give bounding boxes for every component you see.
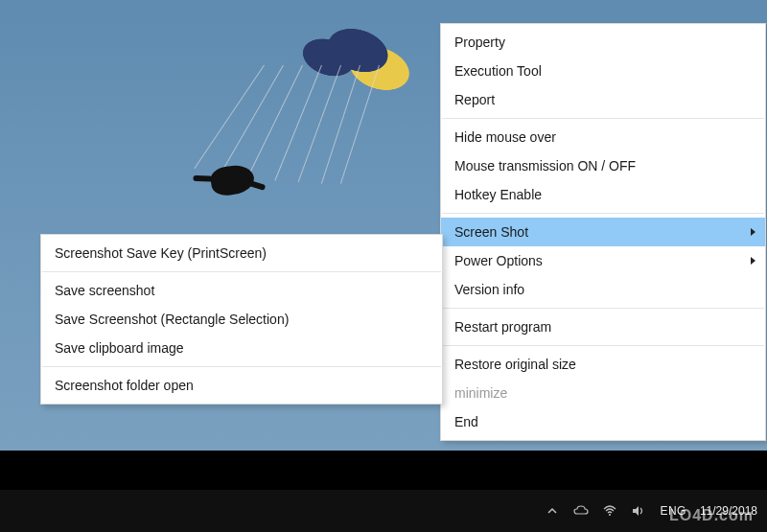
tray-volume-icon[interactable] — [631, 503, 646, 519]
menu-separator — [42, 271, 441, 272]
menu-item-screenshot-folder-open[interactable]: Screenshot folder open — [41, 371, 442, 400]
menu-item-restart-program[interactable]: Restart program — [441, 312, 765, 341]
menu-item-save-clipboard-image[interactable]: Save clipboard image — [41, 334, 442, 362]
menu-separator — [42, 366, 441, 367]
menu-separator — [442, 213, 764, 214]
dark-strip — [0, 451, 767, 490]
menu-item-version-info[interactable]: Version info — [441, 275, 765, 304]
menu-item-restore-original-size[interactable]: Restore original size — [441, 350, 765, 379]
menu-item-power-options[interactable]: Power Options — [441, 246, 765, 275]
menu-item-mouse-transmission[interactable]: Mouse transmission ON / OFF — [441, 151, 765, 180]
menu-item-save-screenshot-rectangle[interactable]: Save Screenshot (Rectangle Selection) — [41, 305, 442, 334]
context-menu-main: Property Execution Tool Report Hide mous… — [440, 23, 766, 441]
tray-cloud-icon[interactable] — [573, 503, 589, 519]
svg-point-0 — [609, 514, 611, 516]
tray-wifi-icon[interactable] — [602, 503, 617, 519]
watermark: LO4D.com — [669, 507, 754, 524]
tray-chevron-up-icon[interactable] — [545, 503, 560, 519]
taskbar: ENG 11/29/2018 — [0, 490, 767, 532]
context-menu-screenshot: Screenshot Save Key (PrintScreen) Save s… — [40, 234, 443, 405]
menu-item-report[interactable]: Report — [441, 85, 765, 114]
menu-item-hide-mouse-over[interactable]: Hide mouse over — [441, 123, 765, 151]
menu-item-execution-tool[interactable]: Execution Tool — [441, 57, 765, 85]
parachute-graphic — [221, 8, 431, 142]
menu-item-hotkey-enable[interactable]: Hotkey Enable — [441, 180, 765, 209]
menu-item-screenshot-save-key[interactable]: Screenshot Save Key (PrintScreen) — [41, 239, 442, 267]
menu-item-end[interactable]: End — [441, 407, 765, 436]
menu-item-property[interactable]: Property — [441, 28, 765, 57]
menu-item-save-screenshot[interactable]: Save screenshot — [41, 276, 442, 305]
menu-separator — [442, 345, 764, 346]
menu-separator — [442, 118, 764, 119]
menu-item-screen-shot[interactable]: Screen Shot — [441, 218, 765, 246]
menu-separator — [442, 308, 764, 309]
menu-item-minimize: minimize — [441, 379, 765, 407]
